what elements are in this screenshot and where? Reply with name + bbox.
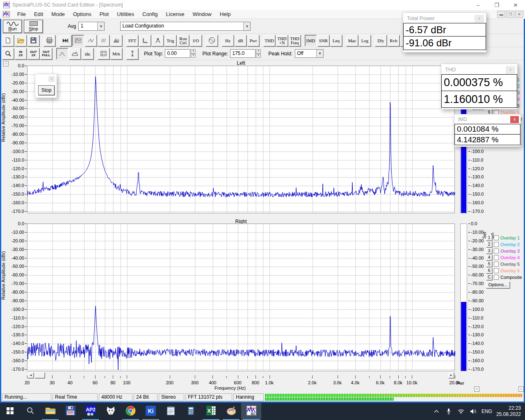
print-button[interactable]: [43, 35, 55, 46]
wifi-icon[interactable]: [457, 407, 465, 415]
close-icon[interactable]: x: [48, 76, 55, 82]
taskbar-chrome-button[interactable]: [121, 403, 141, 420]
menu-file[interactable]: File: [13, 10, 30, 18]
y-range-button[interactable]: [126, 48, 138, 59]
delay-button[interactable]: Dly: [375, 35, 387, 46]
thd-n-button[interactable]: THD +N: [276, 35, 288, 46]
hz-units-button[interactable]: Hz: [222, 35, 234, 46]
save-file-button[interactable]: [27, 35, 39, 46]
taskbar-file-explorer-button[interactable]: [40, 403, 60, 420]
close-icon[interactable]: x: [510, 116, 519, 123]
spectrogram-view-button[interactable]: [110, 35, 122, 46]
overlay-on-checkbox-2[interactable]: [494, 242, 499, 247]
menu-window[interactable]: Window: [188, 10, 215, 18]
taskbar-notepad-button[interactable]: [161, 403, 181, 420]
plot-top-input[interactable]: 0.00: [165, 49, 190, 58]
overlay-set-button-C[interactable]: C: [486, 274, 492, 280]
avg-select[interactable]: 1 ▼: [78, 22, 105, 31]
overlay-on-checkbox-5[interactable]: [494, 262, 499, 267]
waterfall-view-button[interactable]: [98, 35, 110, 46]
fft-settings-button[interactable]: FFT: [126, 35, 138, 46]
narrowband-mode-button[interactable]: [56, 48, 68, 59]
menu-license[interactable]: License: [162, 10, 189, 18]
mdi-close-icon[interactable]: ✕: [515, 11, 523, 18]
taskbar-paint-button[interactable]: [221, 403, 241, 420]
imd-button[interactable]: IMD: [305, 35, 317, 46]
signal-generator-button[interactable]: [206, 35, 218, 46]
microphone-icon[interactable]: [445, 407, 453, 415]
chevron-down-icon[interactable]: ▼: [97, 22, 104, 30]
calibration-button[interactable]: [152, 35, 164, 46]
open-file-button[interactable]: [15, 35, 27, 46]
overlay-set-button-4[interactable]: 4: [486, 255, 492, 260]
load-configuration-select[interactable]: Load Configuration ▼: [120, 22, 251, 31]
scrollbar-thumb[interactable]: [35, 372, 45, 378]
display-options-button[interactable]: [98, 48, 110, 59]
scaling-button[interactable]: [139, 35, 151, 46]
power-units-button[interactable]: Pwr: [247, 35, 259, 46]
menu-options[interactable]: Options: [69, 10, 96, 18]
thd-button[interactable]: THD: [263, 35, 275, 46]
octave-mode-button[interactable]: [69, 48, 81, 59]
zoom-out-full-button[interactable]: OUT FULL: [40, 48, 52, 59]
zoom-out-2x-button[interactable]: OUT 2X: [27, 48, 39, 59]
scroll-left-arrow[interactable]: ◄: [28, 372, 34, 378]
trigger-button[interactable]: Trig: [164, 35, 176, 46]
chevron-up-icon[interactable]: [432, 407, 441, 415]
right-spectrum-plot[interactable]: [27, 224, 455, 371]
spectrum-view-button[interactable]: [72, 35, 84, 46]
close-icon[interactable]: x: [475, 15, 484, 23]
menu-edit[interactable]: Edit: [30, 10, 47, 18]
thd-freq-button[interactable]: THD Freq: [289, 35, 301, 46]
logging-button[interactable]: Log: [359, 35, 371, 46]
taskbar-calculator-button[interactable]: [181, 403, 201, 420]
scroll-right-arrow[interactable]: ►: [448, 372, 454, 378]
leq-button[interactable]: Leq: [330, 35, 342, 46]
marker-button[interactable]: Mrk: [110, 48, 122, 59]
run-control-button[interactable]: Run Ctrl: [177, 35, 189, 46]
menu-plot[interactable]: Plot: [96, 10, 113, 18]
stop-mini-button[interactable]: Stop: [38, 85, 55, 95]
fast-forward-button[interactable]: [59, 35, 71, 46]
minimize-icon[interactable]: –: [468, 0, 487, 10]
bar-mode-button[interactable]: [82, 48, 94, 59]
plot-range-spinner[interactable]: ▲▼: [256, 49, 261, 58]
taskbar-foobar-button[interactable]: [100, 403, 121, 420]
taskbar-clock[interactable]: 22:23 25.08.2022: [496, 405, 521, 418]
macro-button[interactable]: Mac: [346, 35, 358, 46]
left-spectrum-plot[interactable]: [27, 66, 455, 213]
chevron-down-icon[interactable]: ▼: [316, 50, 323, 57]
peak-hold-select[interactable]: Off ▼: [295, 49, 324, 58]
taskbar-search-button[interactable]: [20, 403, 40, 420]
overlay-on-checkbox-6[interactable]: [494, 268, 499, 273]
zoom-button[interactable]: [2, 48, 14, 59]
menu-help[interactable]: Help: [216, 10, 235, 18]
overlay-set-button-2[interactable]: 2: [486, 242, 492, 247]
plot-top-spinner[interactable]: ▲▼: [191, 49, 196, 58]
overlay-on-checkbox-3[interactable]: [494, 249, 499, 253]
plot-range-input[interactable]: 175.0: [230, 49, 256, 58]
zoom-in-2x-button[interactable]: IN 2X: [15, 48, 27, 59]
menu-config[interactable]: Config: [138, 10, 162, 18]
collapse-overlay-button[interactable]: −: [518, 386, 524, 392]
menu-utilities[interactable]: Utilities: [113, 10, 138, 18]
overlay-set-button-6[interactable]: 6: [486, 268, 492, 274]
overlay-set-button-1[interactable]: 1: [486, 235, 492, 241]
taskbar-ap2-button[interactable]: AP2: [80, 403, 100, 420]
mdi-minimize-icon[interactable]: ▬: [497, 11, 505, 18]
overlay-on-checkbox-C[interactable]: [494, 275, 499, 280]
taskbar-floppy-app-button[interactable]: [60, 403, 80, 420]
new-file-button[interactable]: [2, 35, 14, 46]
overlay-options-button[interactable]: Options...: [486, 281, 510, 288]
language-indicator[interactable]: ENG: [482, 409, 492, 414]
time-series-view-button[interactable]: [85, 35, 97, 46]
taskbar-excel-button[interactable]: X: [201, 403, 221, 420]
overlay-set-button-5[interactable]: 5: [486, 261, 492, 267]
restore-icon[interactable]: ❐: [487, 0, 506, 10]
close-icon[interactable]: ✕: [506, 0, 525, 10]
io-device-button[interactable]: I/O: [190, 35, 202, 46]
menu-mode[interactable]: Mode: [47, 10, 69, 18]
taskbar-start-button[interactable]: [0, 403, 20, 420]
db-units-button[interactable]: dB: [235, 35, 247, 46]
taskbar-spectraplus-button[interactable]: SC: [241, 403, 261, 420]
